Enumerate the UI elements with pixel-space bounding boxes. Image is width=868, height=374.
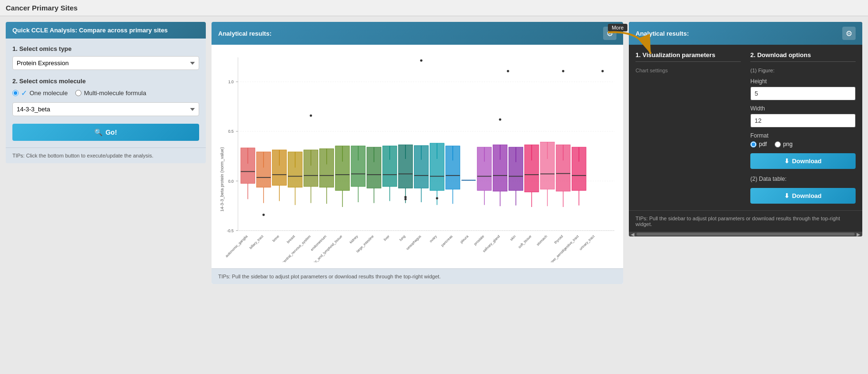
center-panel-tip: TIPs: Pull the sidebar to adjust plot pa… <box>212 268 623 284</box>
left-panel-tip: TIPs: Click the bottom button to execute… <box>6 148 206 163</box>
svg-text:1.0: 1.0 <box>228 80 234 84</box>
molecule-select[interactable]: 14-3-3_beta <box>12 102 199 116</box>
left-panel-header: Quick CCLE Analysis: Compare across prim… <box>6 22 206 39</box>
svg-rect-52 <box>351 146 365 187</box>
svg-point-67 <box>404 198 407 200</box>
multi-molecule-label: Multi-molecule formula <box>84 89 146 97</box>
right-gear-button[interactable]: ⚙ <box>842 27 856 40</box>
download-table-icon: ⬇ <box>784 192 789 199</box>
svg-rect-48 <box>335 146 350 190</box>
left-panel: Quick CCLE Analysis: Compare across prim… <box>6 22 206 163</box>
pdf-radio-option[interactable]: pdf <box>750 141 767 148</box>
svg-text:skin: skin <box>509 234 517 242</box>
right-header: Analytical results: ⚙ <box>629 22 862 45</box>
svg-text:prostate: prostate <box>473 234 485 246</box>
section1-label: 1. Select omics type <box>12 45 199 52</box>
svg-point-90 <box>499 118 501 121</box>
svg-rect-105 <box>556 145 570 191</box>
svg-rect-79 <box>446 146 460 189</box>
svg-rect-93 <box>509 147 523 190</box>
svg-rect-70 <box>414 146 428 188</box>
one-molecule-radio[interactable]: ✓ One molecule <box>12 89 68 98</box>
download-figure-button[interactable]: ⬇ Download <box>750 153 856 169</box>
png-label: png <box>783 141 793 148</box>
go-button[interactable]: 🔍 Go! <box>12 124 199 141</box>
vis-params-section: 1. Visualization parameters Chart settin… <box>636 51 741 204</box>
svg-text:ovary: ovary <box>429 234 438 243</box>
center-panel: Analytical results: ⚙ 14-3-3_beta protei… <box>212 22 623 284</box>
svg-point-76 <box>436 197 438 199</box>
svg-text:stomach: stomach <box>535 234 548 246</box>
svg-text:pleura: pleura <box>459 234 470 244</box>
svg-text:0.5: 0.5 <box>228 129 234 134</box>
page-title: Cancer Primary Sites <box>0 0 868 16</box>
svg-rect-101 <box>540 142 555 189</box>
boxplot-chart: 14-3-3_beta protein (norm_value) -0.5 0.… <box>216 49 618 262</box>
svg-rect-39 <box>304 150 318 187</box>
svg-rect-74 <box>430 143 444 190</box>
svg-text:soft_tissue: soft_tissue <box>517 234 533 249</box>
scroll-track[interactable] <box>636 233 855 236</box>
svg-text:lung: lung <box>398 234 406 242</box>
section2-label: 2. Select omics molecule <box>12 78 199 85</box>
pdf-label: pdf <box>759 141 767 148</box>
svg-rect-44 <box>320 149 334 187</box>
svg-text:bone: bone <box>272 234 280 243</box>
center-header: Analytical results: ⚙ <box>212 22 623 45</box>
right-panel-tip: TIPs: Pull the sidebar to adjust plot pa… <box>629 210 862 232</box>
svg-point-19 <box>601 70 604 72</box>
download-table-button[interactable]: ⬇ Download <box>750 188 856 204</box>
svg-rect-60 <box>383 146 397 187</box>
svg-rect-22 <box>241 148 255 183</box>
download-figure-icon: ⬇ <box>784 157 789 165</box>
svg-rect-88 <box>493 145 507 191</box>
svg-point-17 <box>507 70 509 72</box>
scroll-right-arrow[interactable]: ▶ <box>857 232 860 237</box>
svg-text:-0.5: -0.5 <box>227 229 234 233</box>
svg-text:0.0: 0.0 <box>228 179 234 184</box>
scroll-left-arrow[interactable]: ◀ <box>631 232 635 237</box>
svg-rect-97 <box>525 145 539 192</box>
svg-point-28 <box>262 214 265 216</box>
download-options-section: 2. Download options (1) Figure: Height W… <box>750 51 856 204</box>
right-scrollbar[interactable]: ◀ ▶ <box>629 232 862 236</box>
height-input[interactable] <box>750 87 856 100</box>
svg-text:breast: breast <box>286 234 296 244</box>
svg-point-18 <box>562 70 565 72</box>
width-input[interactable] <box>750 114 856 128</box>
svg-rect-64 <box>398 145 413 188</box>
svg-text:liver: liver <box>383 234 390 242</box>
one-molecule-label: One molecule <box>30 89 68 97</box>
svg-text:pancreas: pancreas <box>440 234 454 247</box>
arrow-graphic <box>603 28 660 66</box>
svg-rect-26 <box>256 152 271 187</box>
chart-area: 14-3-3_beta protein (norm_value) -0.5 0.… <box>212 45 623 268</box>
format-label: Format <box>750 132 856 139</box>
svg-point-41 <box>310 115 312 117</box>
svg-text:upper_aerodigestive_tract: upper_aerodigestive_tract <box>547 234 580 262</box>
center-header-title: Analytical results: <box>218 30 272 37</box>
data-table-label: (2) Data table: <box>750 176 856 182</box>
svg-text:kidney: kidney <box>349 234 359 245</box>
height-label: Height <box>750 78 856 85</box>
svg-text:thyroid: thyroid <box>553 234 564 245</box>
figure-label: (1) Figure: <box>750 68 856 73</box>
width-label: Width <box>750 105 856 112</box>
svg-text:oesophagus: oesophagus <box>405 234 422 251</box>
svg-rect-35 <box>288 152 303 187</box>
svg-text:14-3-3_beta protein (norm_valu: 14-3-3_beta protein (norm_value) <box>220 147 224 211</box>
png-radio-option[interactable]: png <box>775 141 793 148</box>
svg-rect-84 <box>477 147 492 190</box>
omics-type-select[interactable]: Protein Expression mRNA Expression Copy … <box>12 56 199 70</box>
svg-rect-56 <box>367 147 381 188</box>
right-panel: Analytical results: ⚙ 1. Visualization p… <box>629 22 862 236</box>
svg-text:urinary_tract: urinary_tract <box>578 234 595 251</box>
svg-text:central_nervous_system: central_nervous_system <box>282 234 312 262</box>
svg-point-16 <box>420 59 423 62</box>
svg-rect-109 <box>572 147 586 190</box>
search-icon: 🔍 <box>94 128 102 136</box>
multi-molecule-radio[interactable]: Multi-molecule formula <box>75 89 146 97</box>
svg-text:autonomic_ganglia: autonomic_ganglia <box>224 234 249 258</box>
svg-rect-31 <box>273 150 287 185</box>
svg-text:billary_tract: billary_tract <box>248 234 264 250</box>
